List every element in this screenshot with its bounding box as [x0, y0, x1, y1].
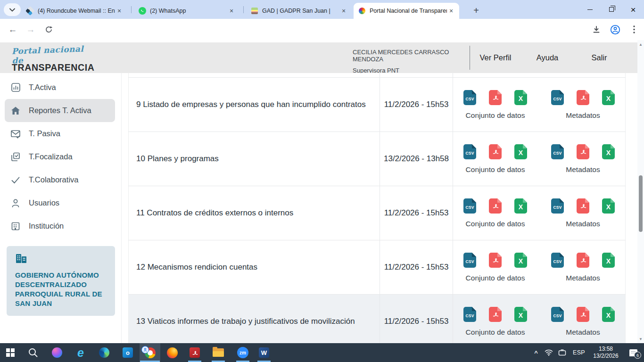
language-indicator[interactable]: ESP [569, 343, 589, 362]
csv-file-icon[interactable]: CSV [463, 253, 476, 268]
excel-file-icon[interactable]: X [514, 253, 527, 268]
csv-file-icon[interactable]: CSV [551, 198, 564, 214]
reload-icon [45, 25, 53, 33]
start-icon [6, 348, 15, 357]
sidebar-item-t-focalizada[interactable]: T.Focalizada [0, 145, 121, 168]
excel-file-icon[interactable]: X [514, 144, 527, 159]
outlook-icon: o [123, 347, 133, 358]
reload-button[interactable] [41, 23, 56, 37]
forward-button[interactable]: → [24, 23, 38, 37]
taskbar-explorer-button[interactable] [208, 343, 229, 362]
taskbar-zoom-button[interactable]: zm [232, 343, 253, 362]
csv-file-icon[interactable]: CSV [463, 307, 476, 322]
tray-expand-button[interactable]: ^ [530, 343, 542, 362]
pdf-file-icon[interactable] [577, 144, 589, 159]
tab-portal-transparencia[interactable]: Portal Nacional de Transparenci × [354, 3, 459, 19]
pdf-file-icon[interactable] [489, 198, 502, 214]
minimize-button[interactable] [579, 0, 601, 19]
sidebar-item-t-pasiva[interactable]: T. Pasiva [0, 122, 121, 145]
menu-ver-perfil[interactable]: Ver Perfil [467, 42, 524, 73]
tab-gad[interactable]: GAD | GADPR San Juan | × [246, 3, 352, 19]
close-icon[interactable]: × [115, 7, 124, 15]
new-tab-button[interactable]: + [470, 4, 483, 17]
metadata-label: Metadatos [542, 111, 625, 120]
page-scrollbar[interactable]: ▲ ▼ [637, 40, 644, 343]
tab-roundcube[interactable]: (4) Roundcube Webmail :: Entra × [22, 3, 127, 19]
excel-file-icon[interactable]: X [514, 307, 527, 322]
taskbar-word-button[interactable]: W [254, 343, 274, 362]
close-icon[interactable]: × [339, 7, 348, 15]
scrollbar-thumb[interactable] [639, 175, 643, 232]
close-window-button[interactable]: × [622, 0, 644, 19]
pdf-file-icon[interactable] [489, 144, 502, 159]
pdf-file-icon[interactable] [489, 90, 502, 105]
profile-button[interactable] [608, 23, 622, 37]
window-controls: × [579, 0, 644, 19]
pdf-file-icon[interactable] [577, 90, 589, 105]
institution-card[interactable]: GOBIERNO AUTÓNOMO DESCENTRALIZADO PARROQ… [7, 246, 115, 316]
chrome-profile-badge [141, 346, 149, 354]
close-icon[interactable]: × [447, 7, 455, 15]
report-title: 11 Contratos de créditos externos o inte… [128, 186, 380, 240]
csv-file-icon[interactable]: CSV [551, 90, 564, 105]
sidebar-item-institucion[interactable]: Institución [0, 214, 121, 238]
taskbar-firefox-button[interactable] [162, 343, 182, 362]
report-downloads: CSV X Conjunto de datos CSV X [453, 132, 626, 186]
sidebar-item-t-activa[interactable]: T.Activa [0, 76, 121, 99]
pdf-file-icon[interactable] [489, 307, 502, 322]
clock[interactable]: 13:58 13/2/2026 [589, 343, 622, 362]
taskbar-search-button[interactable] [23, 343, 43, 362]
sidebar-item-reportes-t-activa[interactable]: Reportes T. Activa [5, 99, 115, 122]
taskbar-acrobat-button[interactable] [184, 343, 205, 362]
taskbar-ie-button[interactable]: e [70, 343, 91, 362]
taskbar-chrome-button[interactable] [140, 343, 160, 362]
tab-search-button[interactable] [4, 3, 21, 16]
pdf-file-icon[interactable] [577, 253, 589, 268]
menu-ayuda[interactable]: Ayuda [519, 42, 576, 73]
taskbar-edge-button[interactable] [94, 343, 115, 362]
csv-file-icon[interactable]: CSV [463, 90, 476, 105]
excel-file-icon[interactable]: X [602, 253, 615, 268]
notification-center-button[interactable]: 6 [622, 343, 644, 362]
scroll-up-arrow[interactable]: ▲ [637, 41, 644, 48]
taskbar-outlook-button[interactable]: o [117, 343, 138, 362]
sidebar-item-label: Institución [29, 222, 64, 230]
cast-display-icon [558, 349, 566, 356]
pdf-file-icon[interactable] [489, 253, 502, 268]
metadata-label: Metadatos [542, 220, 625, 228]
report-downloads: CSV X Conjunto de datos CSV X [453, 78, 626, 132]
cast-button[interactable] [555, 343, 569, 362]
pdf-file-icon[interactable] [577, 198, 589, 214]
scroll-down-arrow[interactable]: ▼ [637, 336, 644, 342]
excel-file-icon[interactable]: X [514, 90, 527, 105]
csv-file-icon[interactable]: CSV [463, 198, 476, 214]
csv-file-icon[interactable]: CSV [463, 144, 476, 159]
institution-name: GOBIERNO AUTÓNOMO DESCENTRALIZADO PARROQ… [15, 271, 107, 308]
excel-file-icon[interactable]: X [514, 198, 527, 214]
report-date: 11/2/2026 - 15h53 [380, 295, 453, 343]
download-button[interactable] [589, 23, 603, 37]
browser-menu-button[interactable] [627, 23, 641, 37]
close-icon[interactable]: × [227, 7, 236, 15]
excel-file-icon[interactable]: X [602, 307, 615, 322]
back-button[interactable]: ← [6, 23, 20, 37]
sidebar-item-usuarios[interactable]: Usuarios [0, 191, 121, 214]
excel-file-icon[interactable]: X [602, 198, 615, 214]
report-date: 11/2/2026 - 15h53 [380, 78, 453, 132]
table-row: 9 Listado de empresas y personas que han… [128, 78, 626, 132]
start-button[interactable] [0, 343, 21, 362]
tab-title: GAD | GADPR San Juan | [262, 8, 339, 14]
pdf-file-icon[interactable] [577, 307, 589, 322]
taskbar-copilot-button[interactable] [47, 343, 67, 362]
csv-file-icon[interactable]: CSV [551, 144, 564, 159]
csv-file-icon[interactable]: CSV [551, 253, 564, 268]
menu-salir[interactable]: Salir [571, 42, 627, 73]
excel-file-icon[interactable]: X [602, 144, 615, 159]
csv-file-icon[interactable]: CSV [551, 307, 564, 322]
restore-button[interactable] [601, 0, 622, 19]
sidebar-item-label: T.Colaborativa [29, 175, 78, 184]
tab-whatsapp[interactable]: (2) WhatsApp × [134, 3, 239, 19]
sidebar-item-t-colaborativa[interactable]: T.Colaborativa [0, 168, 121, 191]
wifi-button[interactable] [542, 343, 555, 362]
excel-file-icon[interactable]: X [602, 90, 615, 105]
